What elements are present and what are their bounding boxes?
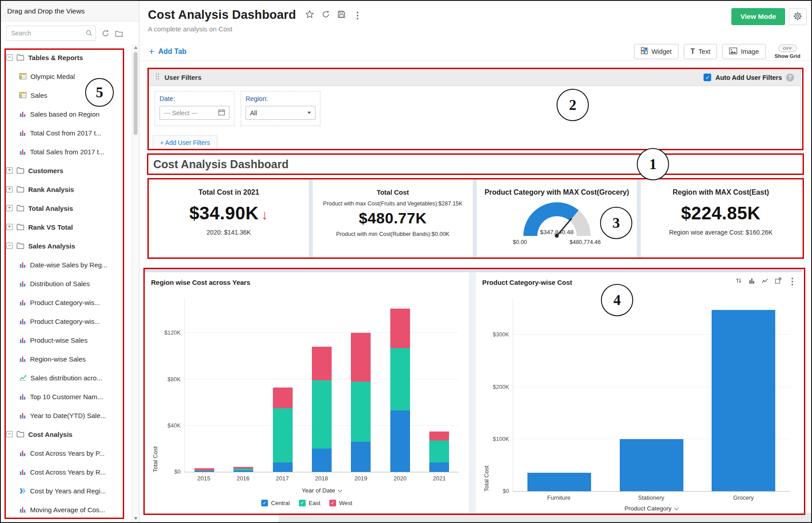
sidebar-item-distribution-of-sales[interactable]: Distribution of Sales bbox=[1, 274, 131, 293]
collapse-icon[interactable]: − bbox=[6, 243, 13, 249]
image-button[interactable]: Image bbox=[722, 44, 765, 59]
more-options-icon[interactable]: ⋮ bbox=[353, 11, 362, 20]
search-icon[interactable] bbox=[86, 30, 92, 38]
stacked-bar-2016[interactable] bbox=[233, 298, 253, 472]
sidebar-item-sales-distribution-acro[interactable]: Sales distribution acro... bbox=[1, 368, 131, 387]
sidebar-item-sales-analysis[interactable]: −Sales Analysis bbox=[1, 236, 131, 255]
sidebar-item-olympic-medal[interactable]: Olympic Medal bbox=[1, 67, 131, 86]
bar-segment-central[interactable] bbox=[429, 462, 449, 472]
grid-state-badge[interactable]: OFF bbox=[778, 44, 797, 52]
scroll-up-icon[interactable] bbox=[134, 46, 138, 49]
add-tab-button[interactable]: + Add Tab bbox=[149, 47, 186, 56]
bar-segment-east[interactable] bbox=[312, 380, 332, 449]
stacked-bar-2020[interactable] bbox=[390, 298, 410, 472]
refresh-icon[interactable] bbox=[322, 10, 330, 20]
expand-icon[interactable]: + bbox=[6, 224, 13, 230]
bar-segment-west[interactable] bbox=[312, 347, 332, 380]
x-axis-title[interactable]: Product Category bbox=[513, 505, 790, 512]
sidebar-item-product-category-wis[interactable]: Product Category-wis... bbox=[1, 312, 131, 331]
bar-grocery[interactable] bbox=[712, 310, 775, 491]
sidebar-item-moving-average-of-cos[interactable]: Moving Average of Cos... bbox=[1, 500, 131, 519]
sidebar-item-cost-across-years-by-p[interactable]: Cost Across Years by P... bbox=[1, 444, 131, 462]
sidebar-item-product-category-wis[interactable]: Product Category-wis... bbox=[1, 293, 131, 312]
expand-icon[interactable]: + bbox=[6, 167, 13, 174]
stacked-bar-2017[interactable] bbox=[273, 298, 293, 472]
sidebar-item-rank-analysis[interactable]: +Rank Analysis bbox=[1, 180, 131, 199]
sidebar-item-top-10-customer-nam[interactable]: Top 10 Customer Nam... bbox=[1, 387, 131, 406]
bar-segment-central[interactable] bbox=[312, 449, 332, 472]
region-filter-select[interactable]: All bbox=[246, 106, 315, 120]
legend-item-central[interactable]: ✓Central bbox=[261, 500, 290, 506]
bar-segment-east[interactable] bbox=[429, 440, 449, 462]
sidebar-item-total-cost-from-2017-t[interactable]: Total Cost from 2017 t... bbox=[1, 123, 131, 142]
view-mode-button[interactable]: View Mode bbox=[731, 8, 785, 25]
bar-stationery[interactable] bbox=[620, 439, 683, 491]
bar-segment-central[interactable] bbox=[351, 442, 371, 472]
text-button[interactable]: T Text bbox=[684, 44, 717, 59]
collapse-icon[interactable]: − bbox=[6, 431, 13, 437]
bar-furniture[interactable] bbox=[527, 473, 591, 491]
legend-checkbox-icon[interactable]: ✓ bbox=[329, 500, 336, 506]
kpi-card-total-cost[interactable]: Total Cost Product with max Cost(Fruits … bbox=[313, 179, 473, 258]
search-input[interactable] bbox=[6, 26, 96, 41]
sidebar-item-sales[interactable]: Sales bbox=[1, 86, 131, 105]
legend-item-east[interactable]: ✓East bbox=[299, 500, 320, 506]
legend-checkbox-icon[interactable]: ✓ bbox=[299, 500, 306, 506]
help-icon[interactable]: ? bbox=[786, 74, 794, 82]
chart-product-category-cost[interactable]: ⋮ Product Category-wise Cost Total Cost … bbox=[476, 272, 802, 514]
sidebar-item-tables-reports[interactable]: −Tables & Reports bbox=[1, 48, 131, 67]
collapse-icon[interactable]: − bbox=[6, 54, 13, 61]
sidebar-item-cost-by-years-and-regi[interactable]: Cost by Years and Regi... bbox=[1, 481, 131, 500]
bar-segment-east[interactable] bbox=[390, 348, 410, 410]
x-axis-title[interactable]: Year of Date bbox=[184, 487, 459, 494]
chart-region-wise-cost[interactable]: Region wise Cost across Years Total Cost… bbox=[145, 272, 469, 514]
legend-checkbox-icon[interactable]: ✓ bbox=[261, 500, 268, 506]
stacked-bar-2015[interactable] bbox=[194, 298, 214, 472]
kpi-card-gauge-grocery[interactable]: Product Category with MAX Cost(Grocery) … bbox=[477, 179, 637, 258]
bar-segment-west[interactable] bbox=[390, 309, 410, 348]
sidebar-item-total-sales-from-2017-t[interactable]: Total Sales from 2017 t... bbox=[1, 142, 131, 161]
sidebar-item-cost-across-years-by-r[interactable]: Cost Across Years by R... bbox=[1, 462, 131, 481]
kpi-card-region-max-cost[interactable]: Region with MAX Cost(East) $224.85K Regi… bbox=[641, 179, 801, 258]
bar-segment-west[interactable] bbox=[429, 431, 449, 441]
drag-handle-icon[interactable] bbox=[155, 73, 160, 82]
auto-add-checkbox[interactable]: ✓ bbox=[704, 74, 711, 81]
scrollbar-thumb[interactable] bbox=[134, 52, 138, 135]
folder-view-icon[interactable] bbox=[115, 30, 123, 37]
column-chart-icon[interactable] bbox=[748, 277, 755, 286]
widget-button[interactable]: Widget bbox=[634, 44, 678, 59]
stacked-bar-2019[interactable] bbox=[351, 298, 371, 472]
favorite-star-icon[interactable] bbox=[305, 10, 314, 21]
expand-icon[interactable]: + bbox=[6, 186, 13, 192]
kpi-card-total-cost-2021[interactable]: Total Cost in 2021 $34.90K↓ 2020: $141.3… bbox=[149, 179, 309, 258]
refresh-views-icon[interactable] bbox=[102, 30, 109, 37]
sort-icon[interactable] bbox=[735, 277, 742, 286]
expand-icon[interactable] bbox=[775, 277, 782, 286]
sidebar-item-year-to-date-ytd-sale[interactable]: Year to Date(YTD) Sale... bbox=[1, 406, 131, 425]
sidebar-item-cost-analysis[interactable]: −Cost Analysis bbox=[1, 425, 131, 444]
bar-segment-central[interactable] bbox=[273, 462, 293, 472]
show-grid-toggle[interactable]: OFF Show Grid bbox=[775, 44, 801, 59]
stacked-bar-2018[interactable] bbox=[312, 298, 332, 472]
more-options-icon[interactable]: ⋮ bbox=[788, 277, 797, 286]
expand-icon[interactable]: + bbox=[6, 205, 13, 211]
bar-segment-west[interactable] bbox=[351, 333, 371, 381]
bar-segment-east[interactable] bbox=[351, 382, 371, 442]
sidebar-item-date-wise-sales-by-reg[interactable]: Date-wise Sales by Reg... bbox=[1, 255, 131, 274]
sidebar-item-total-analysis[interactable]: +Total Analysis bbox=[1, 199, 131, 218]
sidebar-scrollbar[interactable] bbox=[132, 44, 139, 522]
bar-segment-central[interactable] bbox=[390, 410, 410, 472]
scroll-down-icon[interactable] bbox=[134, 517, 138, 520]
chart-type-icon[interactable] bbox=[761, 277, 769, 286]
sidebar-item-product-wise-sales[interactable]: Product-wise Sales bbox=[1, 331, 131, 349]
sidebar-item-region-wise-sales[interactable]: Region-wise Sales bbox=[1, 349, 131, 368]
settings-button[interactable] bbox=[789, 8, 807, 25]
sidebar-item-rank-vs-total[interactable]: +Rank VS Total bbox=[1, 218, 131, 236]
add-user-filters-button[interactable]: + Add User Filters bbox=[153, 135, 217, 149]
save-icon[interactable] bbox=[337, 10, 346, 20]
sidebar-item-customers[interactable]: +Customers bbox=[1, 161, 131, 180]
stacked-bar-2021[interactable] bbox=[429, 298, 449, 472]
calendar-icon[interactable] bbox=[218, 109, 225, 117]
bar-segment-west[interactable] bbox=[273, 388, 293, 408]
bar-segment-central[interactable] bbox=[194, 471, 214, 472]
